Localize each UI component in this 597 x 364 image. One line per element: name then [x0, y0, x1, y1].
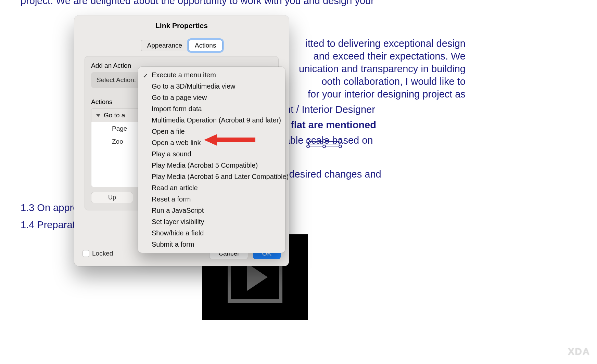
dialog-tabs: Appearance Actions: [74, 40, 289, 51]
play-icon: [247, 263, 268, 291]
link-selection-handles[interactable]: [308, 139, 340, 148]
menu-item-execute-menu[interactable]: ✓Execute a menu item: [138, 69, 285, 81]
dialog-title: Link Properties: [74, 15, 289, 34]
menu-item-import-form[interactable]: Import form data: [138, 103, 285, 115]
menu-item-run-js[interactable]: Run a JavaScript: [138, 205, 285, 216]
body-text: project. We are delighted about the oppo…: [21, 0, 466, 9]
menu-item-show-hide-field[interactable]: Show/hide a field: [138, 228, 285, 239]
menu-item-page-view[interactable]: Go to a page view: [138, 92, 285, 103]
check-icon: ✓: [143, 72, 148, 80]
menu-item-read-article[interactable]: Read an article: [138, 182, 285, 194]
menu-item-open-file[interactable]: Open a file: [138, 126, 285, 137]
menu-item-multimedia-op[interactable]: Multimedia Operation (Acrobat 9 and late…: [138, 115, 285, 126]
locked-checkbox[interactable]: Locked: [82, 250, 113, 257]
up-button[interactable]: Up: [91, 192, 133, 203]
menu-item-play-media-5[interactable]: Play Media (Acrobat 5 Compatible): [138, 160, 285, 171]
tab-appearance[interactable]: Appearance: [141, 40, 188, 51]
chevron-down-icon: [96, 114, 100, 117]
checkbox-icon: [82, 250, 89, 257]
menu-item-submit-form[interactable]: Submit a form: [138, 239, 285, 250]
menu-item-play-media-6[interactable]: Play Media (Acrobat 6 and Later Compatib…: [138, 171, 285, 182]
menu-item-play-sound[interactable]: Play a sound: [138, 148, 285, 160]
tab-actions[interactable]: Actions: [188, 40, 223, 51]
menu-item-reset-form[interactable]: Reset a form: [138, 194, 285, 205]
menu-item-3d-view[interactable]: Go to a 3D/Multimedia view: [138, 81, 285, 92]
menu-item-layer-visibility[interactable]: Set layer visibility: [138, 216, 285, 228]
select-action-menu: ✓Execute a menu item Go to a 3D/Multimed…: [138, 67, 285, 253]
watermark: XDA: [568, 346, 590, 357]
menu-item-open-web-link[interactable]: Open a web link: [138, 137, 285, 148]
